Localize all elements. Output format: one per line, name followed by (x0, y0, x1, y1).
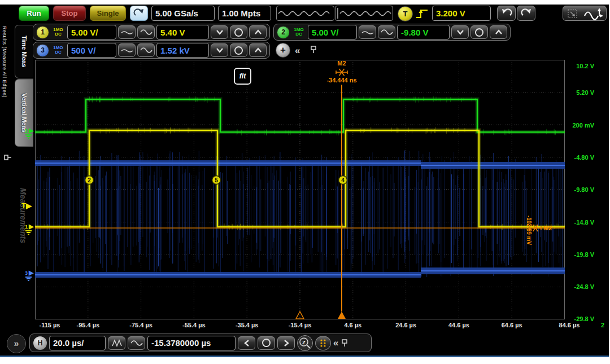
trigger-edge-icon[interactable] (415, 6, 430, 21)
acquisition-preview-right[interactable] (335, 6, 393, 21)
channel-1-controls: 1 1MΩ DC 5.00 V/ 5.40 V (33, 24, 270, 41)
fine-scale-icon-button[interactable] (359, 25, 376, 39)
time-tick-label: 84.6 µs (559, 322, 580, 328)
zoom-in-time-icon-button[interactable] (128, 336, 145, 350)
chevron-right-icon (282, 339, 290, 348)
trigger-menu-button[interactable]: T (398, 6, 413, 21)
chevron-up-icon (494, 28, 504, 36)
voltage-tick-label: 10.2 V (567, 63, 594, 69)
small-sine-icon (361, 28, 374, 37)
channel-3-coupling[interactable]: 1MΩ DC (51, 46, 66, 55)
time-tick-label: -115 µs (40, 322, 60, 328)
time-tick-label: 44.6 µs (448, 322, 469, 328)
sine-icon (140, 46, 153, 55)
m2-time-value: -34.444 ns (326, 77, 356, 84)
channel-3-offset-display[interactable]: 1.52 kV (156, 43, 209, 58)
position-right-button[interactable] (277, 336, 295, 350)
trigger-level-display[interactable]: 3.200 V (432, 6, 491, 21)
trigger-point-marker[interactable] (338, 312, 346, 319)
time-tick-label: 4.6 µs (344, 322, 361, 328)
position-left-button[interactable] (238, 336, 255, 350)
tab-time-meas[interactable]: Time Meas (15, 25, 33, 78)
fine-scale-icon-button[interactable] (118, 25, 136, 39)
markers-button[interactable] (315, 336, 331, 350)
chevron-up-icon (253, 46, 263, 54)
pin-icon[interactable] (310, 45, 317, 54)
stop-button[interactable]: Stop (53, 6, 86, 21)
results-panel-tab[interactable]: Results (Measure All Edges) (2, 26, 7, 98)
horizontal-menu-button[interactable]: H (33, 336, 47, 350)
channel-2-decrease-button[interactable] (451, 25, 469, 39)
channel-1-zero-button[interactable] (230, 25, 247, 39)
circle-icon (475, 28, 483, 37)
m2-voltage-value: -102.69 mV (526, 216, 532, 245)
channel-2-ground-marker[interactable]: 2▶ (25, 127, 35, 139)
zoom-out-time-icon-button[interactable] (108, 336, 125, 350)
edge-badge-number: 4 (341, 177, 345, 183)
channel-1-decrease-button[interactable] (211, 25, 228, 39)
channel-3-button[interactable]: 3 (36, 44, 49, 57)
channel-1-ground-marker[interactable]: 1▶ (25, 223, 35, 235)
replay-curved-arrow-icon-button[interactable] (130, 6, 148, 21)
waveform-grid[interactable]: M2-34.444 nsM2-102.69 mV254 flt (35, 60, 565, 321)
chevron-left-icon (243, 339, 251, 348)
acquisition-preview-left[interactable] (276, 6, 334, 21)
add-channel-button[interactable]: + (276, 43, 290, 58)
circle-icon (234, 28, 243, 37)
channel-3-scale-display[interactable]: 500 V/ (67, 43, 116, 58)
channel-2-button[interactable]: 2 (277, 26, 290, 39)
pin-icon[interactable] (3, 154, 12, 161)
channel-3-controls: 3 1MΩ DC 500 V/ 1.52 kV (33, 42, 270, 59)
arrow-icon: ▶ (29, 128, 33, 134)
channel-number: 2 (25, 128, 28, 134)
time-tick-label: 24.6 µs (395, 322, 416, 328)
voltage-tick-label: -19.8 V (567, 251, 594, 258)
channel-1-offset-display[interactable]: 5.40 V (156, 25, 209, 40)
channel-3-zero-button[interactable] (230, 43, 247, 57)
waveform-drag-mode-button[interactable] (563, 6, 607, 21)
redo-button[interactable] (517, 6, 535, 21)
channel-3-decrease-button[interactable] (211, 43, 228, 57)
channel-1-increase-button[interactable] (249, 25, 267, 39)
expand-panel-button[interactable]: » (7, 334, 26, 353)
voltage-tick-label: -9.80 V (567, 186, 594, 193)
channel-3-increase-button[interactable] (249, 43, 267, 57)
single-button[interactable]: Single (90, 6, 126, 21)
time-tick-label: -95.4 µs (77, 322, 100, 328)
channel-1-coupling[interactable]: 1MΩ DC (51, 28, 66, 37)
channel-3-ground-marker[interactable]: 3▶ (25, 269, 35, 282)
undo-icon (500, 8, 513, 19)
coupling-label: DC (55, 32, 62, 37)
timebase-scale-display[interactable]: 20.0 µs/ (49, 336, 106, 350)
run-button[interactable]: Run (19, 6, 49, 21)
narrow-wave-icon (110, 339, 124, 348)
channel-1-button[interactable]: 1 (36, 26, 49, 39)
m2-label: M2 (543, 225, 552, 231)
undo-button[interactable] (497, 6, 516, 21)
sample-rate-display: 5.00 GSa/s (151, 6, 215, 21)
channel-1-scale-display[interactable]: 5.00 V/ (67, 25, 116, 40)
channel-2-zero-button[interactable] (470, 25, 488, 39)
position-zero-button[interactable] (258, 336, 275, 350)
channel-2-coupling[interactable]: 1MΩ DC (291, 28, 306, 37)
svg-text:Z: Z (302, 340, 306, 345)
voltage-tick-label: -4.80 V (567, 154, 594, 161)
collapse-channel-bar-button[interactable]: « (295, 46, 300, 55)
arrow-icon: ▶ (29, 270, 33, 276)
pin-icon[interactable] (341, 339, 348, 348)
channel-2-scale-display[interactable]: 5.00 V/ (308, 25, 357, 40)
channel-2-offset-display[interactable]: -9.80 V (397, 25, 450, 40)
coupling-label: DC (55, 50, 62, 55)
horizontal-position-display[interactable]: -15.3780000 µs (147, 336, 236, 350)
trigger-level-marker[interactable]: T▶ (21, 201, 32, 210)
time-tick-label: 64.6 µs (502, 322, 522, 328)
m2-label: M2 (337, 60, 346, 67)
fine-scale-icon-button[interactable] (118, 43, 136, 57)
coarse-scale-icon-button[interactable] (137, 43, 155, 57)
coarse-scale-icon-button[interactable] (137, 25, 155, 39)
chevron-down-icon (455, 28, 465, 36)
channel-2-increase-button[interactable] (490, 25, 507, 39)
collapse-horizontal-bar-button[interactable]: « (333, 338, 338, 348)
zoom-mode-button[interactable]: Z (297, 335, 313, 351)
coarse-scale-icon-button[interactable] (378, 25, 395, 39)
